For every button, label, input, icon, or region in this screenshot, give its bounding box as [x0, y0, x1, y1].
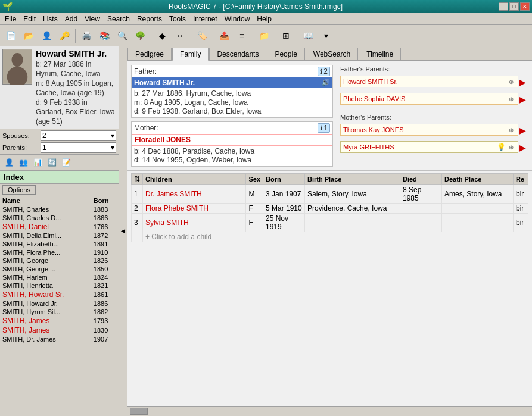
horiz-scrollbar[interactable] — [127, 406, 532, 415]
mother-name[interactable]: Floradell JONES — [132, 134, 332, 146]
left-nav-arrow[interactable]: ◄ — [119, 46, 127, 415]
list-item[interactable]: SMITH, James1793 — [0, 316, 119, 326]
list-item[interactable]: SMITH, Elizabeth...1891 — [0, 240, 119, 248]
name-link[interactable]: SMITH, James — [2, 326, 49, 334]
toolbar-books[interactable]: 📚 — [96, 27, 113, 44]
menu-edit[interactable]: Edit — [20, 14, 39, 24]
toolbar-grid[interactable]: ⊞ — [278, 27, 294, 44]
children-died-header[interactable]: Died — [400, 174, 442, 185]
toolbar-cert[interactable]: 🏷️ — [194, 27, 210, 44]
list-item[interactable]: SMITH, Howard Jr.1886 — [0, 299, 119, 308]
gp2-add-btn[interactable]: ⊕ — [507, 95, 515, 103]
tab-descendants[interactable]: Descendants — [209, 48, 266, 60]
father-name[interactable]: Howard SMITH Jr. 🔊 — [132, 77, 332, 88]
menu-internet[interactable]: Internet — [189, 14, 221, 24]
children-ref-header[interactable]: Re — [514, 174, 528, 185]
options-button[interactable]: Options — [2, 185, 36, 195]
menu-add[interactable]: Add — [61, 14, 81, 24]
table-row[interactable]: 3 Sylvia SMITH F 25 Nov 1919 bir — [132, 214, 528, 232]
menu-view[interactable]: View — [81, 14, 104, 24]
children-birthplace-header[interactable]: Birth Place — [305, 174, 400, 185]
minimize-button[interactable]: ─ — [499, 2, 508, 11]
children-deathplace-header[interactable]: Death Place — [442, 174, 514, 185]
list-item[interactable]: SMITH, George ...1850 — [0, 265, 119, 273]
name-link[interactable]: SMITH, James — [2, 317, 49, 325]
person-icon-silhouette[interactable]: 👤 — [2, 156, 15, 169]
toolbar-chevron[interactable]: ▾ — [318, 27, 334, 44]
close-button[interactable]: ✕ — [520, 2, 530, 11]
person-icon-chart[interactable]: 📊 — [31, 156, 44, 169]
gp1-name[interactable]: Howard SMITH Sr. — [343, 78, 506, 85]
toolbar-person[interactable]: 👤 — [38, 27, 55, 44]
children-name-header[interactable]: Children — [143, 174, 246, 185]
menu-search[interactable]: Search — [104, 14, 133, 24]
person-icon-couple[interactable]: 👥 — [17, 156, 30, 169]
list-item[interactable]: SMITH, Hyrum Sil...1862 — [0, 308, 119, 316]
list-item[interactable]: SMITH, Delia Elmi...1872 — [0, 232, 119, 240]
toolbar-arrows[interactable]: ↔ — [172, 27, 188, 44]
menu-lists[interactable]: Lists — [39, 14, 61, 24]
toolbar-person2[interactable]: 🔑 — [56, 27, 73, 44]
toolbar-folder2[interactable]: 📁 — [256, 27, 272, 44]
toolbar-print[interactable]: 🖨️ — [78, 27, 95, 44]
table-row[interactable]: 1 Dr. James SMITH M 3 Jan 1907 Salem, St… — [132, 185, 528, 204]
list-item[interactable]: SMITH, James1830 — [0, 326, 119, 335]
father-badge[interactable]: ℹ 2 — [318, 67, 330, 76]
toolbar-search[interactable]: 🔍 — [114, 27, 130, 44]
child-name-link[interactable]: Flora Phebe SMITH — [145, 204, 209, 212]
add-child-row[interactable]: + Click to add a child — [132, 232, 528, 242]
menu-file[interactable]: File — [1, 14, 20, 24]
toolbar-export[interactable]: 📤 — [216, 27, 232, 44]
gp3-add-btn[interactable]: ⊕ — [507, 126, 515, 134]
table-row[interactable]: 2 Flora Phebe SMITH F 5 Mar 1910 Provide… — [132, 204, 528, 214]
list-item[interactable]: SMITH, Flora Phe...1910 — [0, 248, 119, 257]
col-born-header[interactable]: Born — [91, 196, 119, 205]
index-table-container[interactable]: Name Born SMITH, Charles1883SMITH, Charl… — [0, 196, 119, 415]
tab-timeline[interactable]: Timeline — [359, 48, 401, 60]
tab-pedigree[interactable]: Pedigree — [127, 48, 172, 60]
person-icon-notepad[interactable]: 📝 — [60, 156, 73, 169]
menu-window[interactable]: Window — [221, 14, 254, 24]
mother-badge[interactable]: ℹ 1 — [318, 123, 330, 133]
toolbar-book2[interactable]: 📖 — [300, 27, 316, 44]
tab-family[interactable]: Family — [172, 48, 209, 61]
menu-reports[interactable]: Reports — [133, 14, 166, 24]
parents-dropdown[interactable]: 1 ▾ — [41, 142, 116, 153]
children-born-header[interactable]: Born — [263, 174, 305, 185]
toolbar-list[interactable]: ≡ — [234, 27, 250, 44]
toolbar-new[interactable]: 📄 — [2, 27, 19, 44]
gp3-arrow[interactable]: ▶ — [519, 126, 526, 135]
list-item[interactable]: SMITH, Dr. James1907 — [0, 335, 119, 343]
toolbar-open[interactable]: 📂 — [20, 27, 37, 44]
tab-websearch[interactable]: WebSearch — [306, 48, 358, 60]
gp4-add-btn[interactable]: ⊕ — [507, 143, 515, 151]
toolbar-diamond[interactable]: ◆ — [154, 27, 170, 44]
spouses-dropdown[interactable]: 2 ▾ — [41, 130, 116, 141]
list-item[interactable]: SMITH, Daniel1766 — [0, 222, 119, 232]
toolbar-tree[interactable]: 🌳 — [132, 27, 148, 44]
gp2-name[interactable]: Phebe Sophia DAVIS — [343, 95, 506, 102]
col-name-header[interactable]: Name — [0, 196, 91, 205]
maximize-button[interactable]: □ — [509, 2, 519, 11]
add-child-label[interactable]: + Click to add a child — [143, 232, 528, 242]
list-item[interactable]: SMITH, Charles D...1866 — [0, 214, 119, 222]
gp2-arrow[interactable]: ▶ — [519, 95, 526, 104]
name-link[interactable]: SMITH, Daniel — [2, 223, 49, 231]
tab-people[interactable]: People — [267, 48, 304, 60]
child-name-link[interactable]: Sylvia SMITH — [145, 218, 189, 227]
list-item[interactable]: SMITH, Howard Sr.1861 — [0, 290, 119, 299]
gp3-name[interactable]: Thomas Kay JONES — [343, 126, 506, 133]
children-sort-header[interactable]: ⇅ — [132, 174, 143, 185]
menu-tools[interactable]: Tools — [166, 14, 189, 24]
list-item[interactable]: SMITH, Henrietta1821 — [0, 281, 119, 290]
gp1-arrow[interactable]: ▶ — [519, 77, 526, 87]
name-link[interactable]: SMITH, Howard Sr. — [2, 290, 64, 299]
menu-help[interactable]: Help — [253, 14, 275, 24]
list-item[interactable]: SMITH, Harlem1824 — [0, 273, 119, 281]
list-item[interactable]: SMITH, George1826 — [0, 257, 119, 265]
gp4-name[interactable]: Myra GRIFFITHS — [343, 143, 496, 151]
gp4-arrow[interactable]: ▶ — [519, 143, 526, 152]
person-icon-refresh[interactable]: 🔄 — [45, 156, 58, 169]
children-sex-header[interactable]: Sex — [246, 174, 263, 185]
child-name-link[interactable]: Dr. James SMITH — [145, 190, 202, 198]
